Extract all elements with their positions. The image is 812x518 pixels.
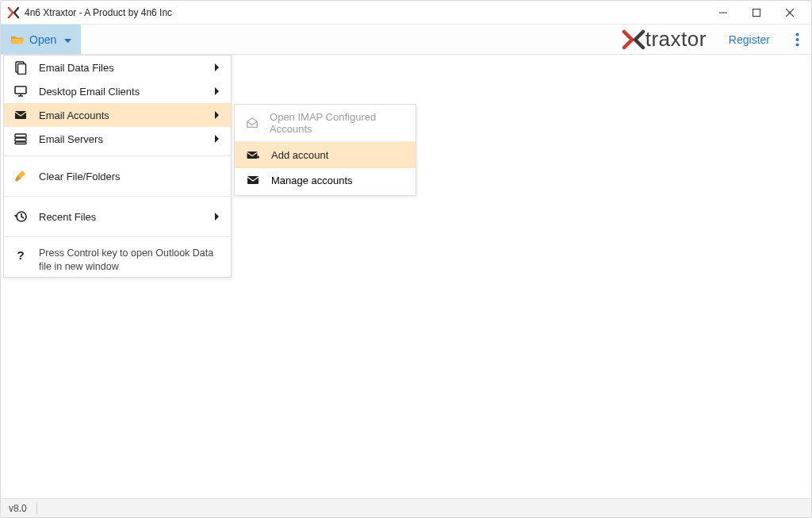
maximize-button[interactable] xyxy=(740,2,773,24)
app-icon xyxy=(7,6,20,19)
menu-item-clear-files[interactable]: Clear File/Folders xyxy=(4,161,231,191)
menu-item-recent-files[interactable]: Recent Files xyxy=(4,201,231,232)
envelope-open-icon xyxy=(246,116,259,130)
menu-item-label: Clear File/Folders xyxy=(39,171,221,182)
svg-point-4 xyxy=(795,33,799,36)
help-icon: ? xyxy=(13,248,28,263)
svg-point-5 xyxy=(795,38,799,41)
svg-point-6 xyxy=(795,43,799,46)
chevron-right-icon xyxy=(213,63,221,71)
file-stack-icon xyxy=(13,60,28,75)
svg-rect-8 xyxy=(18,64,26,75)
statusbar: v8.0 xyxy=(1,498,811,517)
monitor-icon xyxy=(13,84,28,98)
menu-separator xyxy=(4,155,231,156)
chevron-right-icon xyxy=(213,135,221,143)
svg-rect-1 xyxy=(753,9,760,16)
window-title: 4n6 Xtraxtor - A Product by 4n6 Inc xyxy=(25,7,707,18)
more-menu-button[interactable] xyxy=(783,25,811,54)
menu-separator xyxy=(4,236,231,237)
brand-x-icon xyxy=(622,29,645,50)
envelope-plus-icon xyxy=(246,148,260,163)
chevron-right-icon xyxy=(213,111,221,119)
chevron-right-icon xyxy=(213,87,221,95)
open-button[interactable]: Open xyxy=(1,25,81,54)
menu-item-hint: ? Press Control key to open Outlook Data… xyxy=(4,242,231,277)
menu-item-label: Desktop Email Clients xyxy=(39,86,202,98)
submenu-item-label: Manage accounts xyxy=(271,175,353,186)
menu-item-email-accounts[interactable]: Email Accounts xyxy=(4,103,231,127)
open-menu: Email Data Files Desktop Email Clients E… xyxy=(3,55,232,278)
svg-rect-15 xyxy=(15,142,26,144)
hint-text: Press Control key to open Outlook Data f… xyxy=(39,247,221,274)
register-label: Register xyxy=(729,33,770,46)
caret-down-icon xyxy=(64,33,71,46)
toolbar: Open traxtor Register xyxy=(1,25,811,55)
version-label: v8.0 xyxy=(9,503,27,514)
minimize-button[interactable] xyxy=(707,2,740,24)
brand-logo: traxtor xyxy=(622,25,716,54)
submenu-item-label: Add account xyxy=(271,149,328,161)
statusbar-divider xyxy=(36,503,37,514)
email-accounts-submenu: Open IMAP Configured Accounts Add accoun… xyxy=(234,104,416,196)
svg-rect-18 xyxy=(247,152,258,159)
titlebar: 4n6 Xtraxtor - A Product by 4n6 Inc xyxy=(1,1,811,25)
folder-open-icon xyxy=(10,34,25,45)
submenu-item-open-imap: Open IMAP Configured Accounts xyxy=(235,108,416,138)
svg-rect-9 xyxy=(15,86,26,94)
menu-item-label: Email Data Files xyxy=(39,62,202,74)
menu-item-desktop-email-clients[interactable]: Desktop Email Clients xyxy=(4,79,231,103)
svg-rect-12 xyxy=(15,111,26,119)
server-icon xyxy=(13,132,28,146)
menu-item-email-servers[interactable]: Email Servers xyxy=(4,127,231,151)
submenu-item-add-account[interactable]: Add account xyxy=(235,141,416,168)
svg-rect-13 xyxy=(15,134,26,137)
brand-text: traxtor xyxy=(645,27,707,52)
menu-separator xyxy=(4,196,231,197)
menu-item-label: Email Servers xyxy=(39,133,202,145)
broom-icon xyxy=(13,169,28,183)
menu-item-label: Email Accounts xyxy=(39,109,202,121)
submenu-item-label: Open IMAP Configured Accounts xyxy=(270,111,404,135)
kebab-icon xyxy=(795,33,799,47)
close-button[interactable] xyxy=(773,2,806,24)
open-button-label: Open xyxy=(29,33,56,46)
chevron-right-icon xyxy=(213,213,221,221)
menu-item-email-data-files[interactable]: Email Data Files xyxy=(4,56,231,79)
svg-rect-14 xyxy=(15,138,26,141)
svg-text:?: ? xyxy=(17,248,24,262)
envelope-icon xyxy=(246,173,260,187)
envelope-icon xyxy=(13,108,28,122)
menu-item-label: Recent Files xyxy=(39,211,202,223)
svg-rect-19 xyxy=(247,176,259,184)
register-link[interactable]: Register xyxy=(716,25,783,54)
history-icon xyxy=(13,209,28,224)
submenu-item-manage-accounts[interactable]: Manage accounts xyxy=(235,168,416,192)
